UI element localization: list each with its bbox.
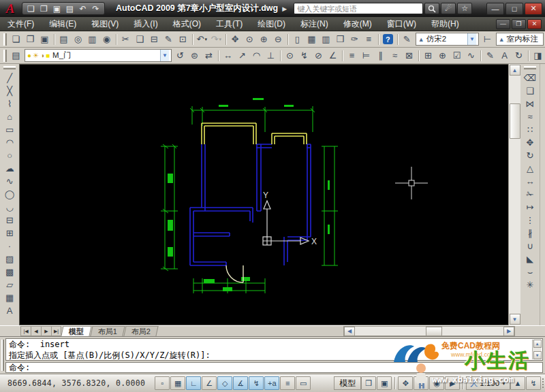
- ducs-toggle[interactable]: ↯: [249, 376, 264, 390]
- quick-calc-button[interactable]: ≡: [362, 33, 376, 46]
- new-button[interactable]: ❏: [9, 33, 23, 46]
- next-tab-button[interactable]: ▶: [41, 326, 51, 336]
- pan-button[interactable]: ✥: [228, 33, 243, 46]
- menu-帮助[interactable]: 帮助(H): [424, 17, 467, 31]
- command-prompt-input[interactable]: 命令:: [5, 362, 543, 373]
- chamfer-button[interactable]: ◣: [522, 252, 538, 265]
- erase-button[interactable]: ⌫: [522, 71, 538, 84]
- menu-标注[interactable]: 标注(N): [293, 17, 336, 31]
- baseline-dimension-button[interactable]: ⊨: [359, 49, 373, 63]
- polygon-button[interactable]: ⌂: [1, 110, 18, 123]
- make-block-button[interactable]: ⊞: [1, 227, 18, 240]
- layer-translate-button[interactable]: ⇄: [202, 49, 216, 63]
- text-style-combo[interactable]: ▲ 仿宋2 ▼: [416, 33, 479, 46]
- redo-button[interactable]: ↷▾: [209, 33, 223, 46]
- scroll-right-button[interactable]: ▶: [503, 327, 514, 336]
- copy-clip-button[interactable]: ❑: [133, 33, 147, 46]
- publish-button[interactable]: ▥: [85, 33, 99, 46]
- annotation-scale-control[interactable]: 人 1:100 ▼: [466, 376, 510, 390]
- favorites-button[interactable]: ☆: [457, 3, 472, 14]
- jogged-dimension-button[interactable]: ↯: [297, 49, 311, 63]
- layer-states-manager-button[interactable]: ⊜: [187, 49, 202, 63]
- ellipse-button[interactable]: ◯: [1, 188, 18, 201]
- hatch-button[interactable]: ▨: [1, 252, 18, 265]
- print-preview-button[interactable]: ◎: [71, 33, 85, 46]
- quick-dimension-button[interactable]: ≡: [345, 49, 359, 63]
- lwt-toggle[interactable]: ≡: [280, 376, 295, 390]
- toolbar-grip[interactable]: [3, 33, 7, 46]
- qat-print-button[interactable]: ▤: [63, 3, 76, 14]
- first-tab-button[interactable]: |◀: [20, 326, 31, 336]
- maximize-button[interactable]: □: [505, 3, 523, 15]
- ortho-toggle[interactable]: ∟: [186, 376, 201, 390]
- qat-redo-button[interactable]: ↷: [89, 3, 102, 14]
- help-button[interactable]: ?: [381, 33, 395, 46]
- qat-new-button[interactable]: ❏: [25, 3, 37, 14]
- otrack-toggle[interactable]: ∡: [233, 376, 248, 390]
- continue-dimension-button[interactable]: ∥: [373, 49, 388, 63]
- dim-style-button[interactable]: ⊢: [480, 33, 495, 46]
- paste-button[interactable]: ⊟: [147, 33, 161, 46]
- search-input[interactable]: [294, 3, 423, 14]
- polar-toggle[interactable]: ∠: [202, 376, 217, 390]
- aligned-dimension-button[interactable]: ↗: [235, 49, 249, 63]
- menu-格式[interactable]: 格式(O): [166, 17, 208, 31]
- join-button[interactable]: ∪: [522, 240, 538, 252]
- dimension-style-button[interactable]: ◨: [531, 49, 545, 63]
- offset-button[interactable]: ≈: [522, 110, 538, 123]
- toolbar-grip[interactable]: [524, 66, 536, 69]
- tolerance-button[interactable]: ⊞: [421, 49, 435, 63]
- stretch-button[interactable]: ↔: [522, 175, 538, 188]
- qp-toggle[interactable]: ▭: [296, 376, 311, 390]
- dimension-update-button[interactable]: ↻: [512, 49, 526, 63]
- save-button[interactable]: ▣: [37, 33, 52, 46]
- zoom-realtime-button[interactable]: ⊙: [243, 33, 257, 46]
- pan-tool-button[interactable]: ✥: [398, 376, 413, 390]
- grid-toggle[interactable]: ▦: [170, 376, 185, 390]
- sheet-set-manager-button[interactable]: ❒: [333, 33, 347, 46]
- dimension-space-button[interactable]: ≈: [388, 49, 402, 63]
- point-button[interactable]: ∙: [1, 240, 18, 252]
- cut-button[interactable]: ✂: [119, 33, 133, 46]
- linear-dimension-button[interactable]: ↔: [221, 49, 235, 63]
- toolbar-grip[interactable]: [3, 66, 16, 69]
- table-button[interactable]: ▦: [1, 291, 18, 304]
- arc-button[interactable]: ◠: [1, 136, 18, 149]
- doc-restore-button[interactable]: ❐: [512, 19, 526, 29]
- show-motion-button[interactable]: ▶: [445, 376, 460, 390]
- layer-on-icon[interactable]: ●: [27, 52, 31, 59]
- dimension-edit-button[interactable]: ✎: [483, 49, 497, 63]
- search-button[interactable]: [424, 3, 439, 14]
- scroll-left-button[interactable]: ◀: [344, 327, 355, 336]
- minimize-button[interactable]: —: [486, 3, 504, 15]
- dim-style-combo[interactable]: ▲ 室内标注: [496, 33, 544, 46]
- multiline-text-button[interactable]: A: [1, 304, 18, 317]
- layer-properties-manager-button[interactable]: ▤: [9, 49, 23, 63]
- inspection-button[interactable]: ☑: [450, 49, 464, 63]
- scroll-up-button[interactable]: ▲: [510, 65, 520, 76]
- trim-button[interactable]: ✁: [522, 188, 538, 201]
- menu-视图[interactable]: 视图(V): [84, 17, 126, 31]
- app-logo-icon[interactable]: A: [0, 0, 20, 17]
- gradient-button[interactable]: ▩: [1, 265, 18, 278]
- polyline-button[interactable]: ⌇: [1, 97, 18, 110]
- drawing-canvas[interactable]: X Y: [19, 64, 508, 325]
- layer-lock-icon[interactable]: ◑: [40, 52, 44, 59]
- quick-view-drawings-button[interactable]: ▣: [377, 376, 392, 390]
- toolbar-grip[interactable]: [3, 50, 7, 62]
- print-button[interactable]: ▤: [57, 33, 71, 46]
- diameter-dimension-button[interactable]: ⊘: [311, 49, 326, 63]
- undo-button[interactable]: ↶▾: [195, 33, 209, 46]
- tab-布局1[interactable]: 布局1: [90, 326, 125, 336]
- doc-close-button[interactable]: ✕: [527, 19, 542, 29]
- chevron-down-icon[interactable]: ▾: [205, 37, 208, 42]
- rectangle-button[interactable]: ▭: [1, 123, 18, 136]
- prev-tab-button[interactable]: ◀: [31, 326, 41, 336]
- menu-browser-arrow-icon[interactable]: ▶: [282, 5, 287, 12]
- ordinate-dimension-button[interactable]: ⊥: [264, 49, 278, 63]
- qat-undo-button[interactable]: ↶: [76, 3, 89, 14]
- layer-previous-button[interactable]: ↺: [173, 49, 187, 63]
- zoom-window-button[interactable]: ⊕: [257, 33, 271, 46]
- command-scroll-down-button[interactable]: ▼: [533, 351, 542, 359]
- layer-color-icon[interactable]: ■: [46, 52, 50, 59]
